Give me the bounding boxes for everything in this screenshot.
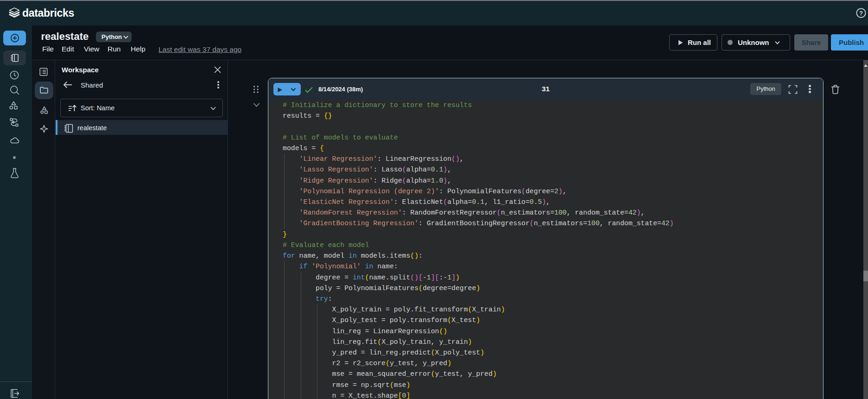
svg-text:?: ? bbox=[859, 9, 863, 16]
